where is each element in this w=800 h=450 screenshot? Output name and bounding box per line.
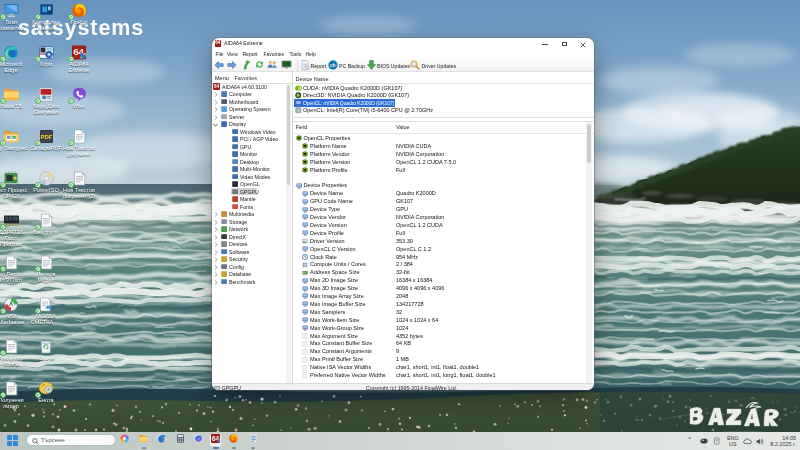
svg-text:PDF: PDF	[40, 134, 52, 140]
svg-text:cb: cb	[330, 63, 336, 68]
